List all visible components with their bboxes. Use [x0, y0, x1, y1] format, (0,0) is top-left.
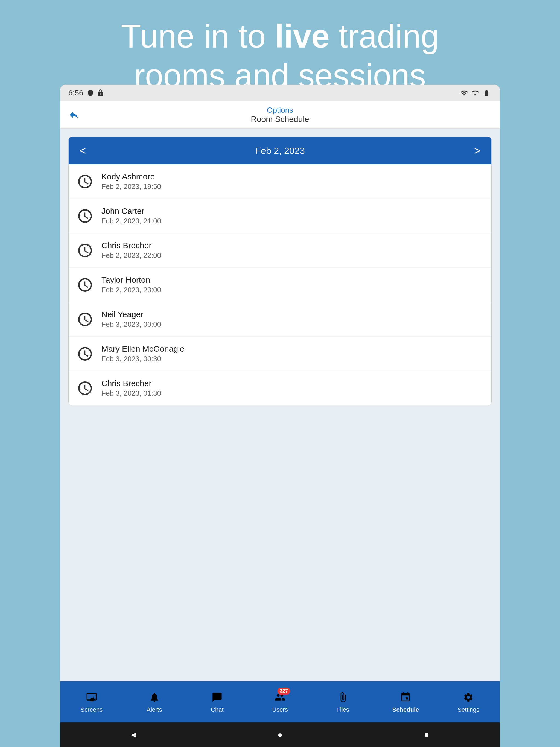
battery-icon	[482, 89, 492, 97]
status-bar-right	[460, 89, 492, 97]
clock-icon	[77, 311, 93, 328]
next-date-button[interactable]: >	[474, 145, 480, 156]
schedule-item-name: Taylor Horton	[101, 275, 161, 285]
schedule-item-name: John Carter	[101, 206, 161, 216]
nav-item-files[interactable]: Files	[311, 690, 374, 713]
nav-item-screens[interactable]: Screens	[60, 690, 123, 713]
lock-icon	[97, 89, 104, 97]
schedule-icon	[399, 690, 412, 704]
nav-item-alerts[interactable]: Alerts	[123, 690, 186, 713]
clock-icon	[77, 277, 93, 293]
nav-item-users[interactable]: 327 Users	[249, 690, 311, 713]
schedule-label: Schedule	[392, 706, 419, 713]
settings-icon	[462, 690, 475, 704]
schedule-list: Kody Ashmore Feb 2, 2023, 19:50 John Car…	[69, 164, 491, 405]
clock-icon	[77, 173, 93, 190]
nav-subtitle: Room Schedule	[251, 114, 309, 124]
files-label: Files	[337, 706, 349, 713]
schedule-item-date: Feb 2, 2023, 19:50	[101, 182, 161, 191]
nav-item-schedule[interactable]: Schedule	[374, 690, 437, 713]
schedule-item[interactable]: Mary Ellen McGonagle Feb 3, 2023, 00:30	[69, 337, 491, 371]
schedule-item-name: Neil Yeager	[101, 310, 161, 319]
clock-icon	[77, 208, 93, 224]
nav-item-settings[interactable]: Settings	[437, 690, 500, 713]
schedule-item-info: John Carter Feb 2, 2023, 21:00	[101, 206, 161, 225]
date-header[interactable]: < Feb 2, 2023 >	[69, 137, 491, 164]
current-date: Feb 2, 2023	[255, 146, 305, 156]
hero-line1-end: trading	[330, 18, 439, 54]
bottom-nav: Screens Alerts Chat 327	[60, 681, 500, 722]
schedule-item-date: Feb 3, 2023, 00:30	[101, 355, 184, 363]
schedule-item-info: Mary Ellen McGonagle Feb 3, 2023, 00:30	[101, 344, 184, 363]
alerts-label: Alerts	[147, 706, 162, 713]
schedule-item-name: Kody Ashmore	[101, 172, 161, 181]
schedule-item-date: Feb 2, 2023, 23:00	[101, 286, 161, 294]
android-home-button[interactable]: ●	[273, 728, 287, 742]
users-icon: 327	[273, 690, 287, 704]
chat-icon	[210, 690, 224, 704]
schedule-item-info: Chris Brecher Feb 3, 2023, 01:30	[101, 379, 161, 397]
users-badge: 327	[278, 688, 290, 695]
schedule-item[interactable]: Neil Yeager Feb 3, 2023, 00:00	[69, 302, 491, 337]
schedule-item[interactable]: John Carter Feb 2, 2023, 21:00	[69, 199, 491, 233]
schedule-item[interactable]: Chris Brecher Feb 2, 2023, 22:00	[69, 233, 491, 268]
clock-icon	[77, 380, 93, 396]
wifi-icon	[460, 89, 469, 97]
schedule-item-info: Kody Ashmore Feb 2, 2023, 19:50	[101, 172, 161, 191]
schedule-item[interactable]: Kody Ashmore Feb 2, 2023, 19:50	[69, 164, 491, 199]
clock-icon	[77, 345, 93, 362]
device-frame: 6:56	[60, 85, 500, 747]
android-back-button[interactable]: ◄	[127, 728, 140, 742]
protect-icon	[87, 89, 94, 97]
android-nav-bar: ◄ ● ■	[60, 722, 500, 747]
schedule-item-name: Mary Ellen McGonagle	[101, 344, 184, 354]
schedule-item-name: Chris Brecher	[101, 379, 161, 388]
status-icons	[87, 89, 104, 97]
signal-icon	[472, 89, 479, 97]
nav-item-chat[interactable]: Chat	[186, 690, 249, 713]
schedule-item-info: Chris Brecher Feb 2, 2023, 22:00	[101, 241, 161, 260]
screens-icon	[85, 690, 98, 704]
schedule-card: < Feb 2, 2023 > Kody Ashmore Feb 2, 2023…	[68, 137, 492, 406]
alerts-icon	[148, 690, 161, 704]
nav-title: Options Room Schedule	[251, 106, 309, 124]
nav-label: Options	[251, 106, 309, 114]
status-time: 6:56	[68, 88, 83, 97]
prev-date-button[interactable]: <	[80, 145, 86, 156]
schedule-item-info: Taylor Horton Feb 2, 2023, 23:00	[101, 275, 161, 294]
clock-icon	[77, 242, 93, 259]
schedule-item-info: Neil Yeager Feb 3, 2023, 00:00	[101, 310, 161, 329]
hero-line1: Tune in to	[121, 18, 275, 54]
settings-label: Settings	[457, 706, 479, 713]
status-bar: 6:56	[60, 85, 500, 101]
schedule-item-date: Feb 2, 2023, 22:00	[101, 251, 161, 260]
status-bar-left: 6:56	[68, 88, 104, 97]
chat-label: Chat	[211, 706, 223, 713]
schedule-item[interactable]: Taylor Horton Feb 2, 2023, 23:00	[69, 268, 491, 302]
top-nav: Options Room Schedule	[60, 101, 500, 129]
users-label: Users	[272, 706, 288, 713]
schedule-item[interactable]: Chris Brecher Feb 3, 2023, 01:30	[69, 371, 491, 405]
schedule-item-name: Chris Brecher	[101, 241, 161, 250]
main-content: < Feb 2, 2023 > Kody Ashmore Feb 2, 2023…	[60, 129, 500, 681]
back-button[interactable]	[68, 109, 79, 120]
android-recent-button[interactable]: ■	[420, 728, 433, 742]
screens-label: Screens	[81, 706, 103, 713]
schedule-item-date: Feb 3, 2023, 00:00	[101, 320, 161, 329]
schedule-item-date: Feb 3, 2023, 01:30	[101, 389, 161, 397]
schedule-item-date: Feb 2, 2023, 21:00	[101, 217, 161, 225]
files-icon	[336, 690, 350, 704]
hero-live: live	[275, 18, 330, 54]
